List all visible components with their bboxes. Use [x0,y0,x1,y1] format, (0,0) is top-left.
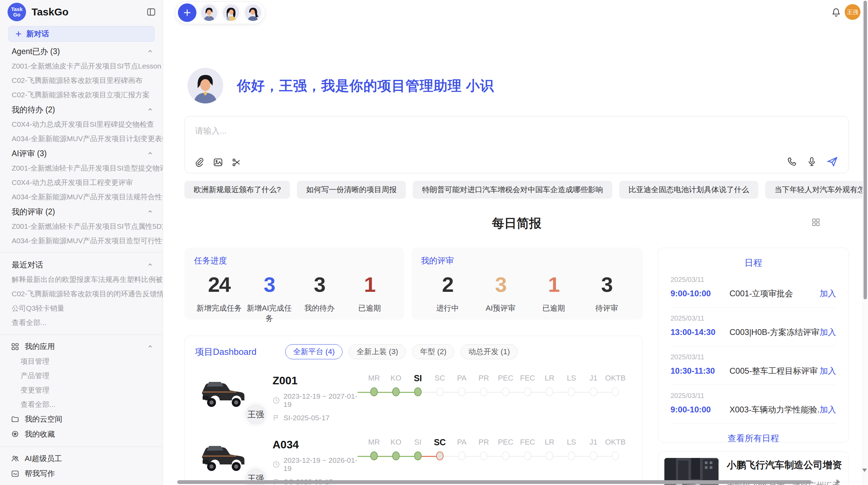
apps-grid-icon [11,343,19,351]
section-title: 我的评审 (2) [12,207,55,217]
avatar[interactable] [222,3,240,22]
sidebar-item-favorites[interactable]: 我的收藏 [0,427,163,442]
stat-new-ai-done: 3 新增AI完成任务 [244,272,294,324]
sidebar-item-ai-super-staff[interactable]: AI超级员工 [0,451,163,466]
sidebar-item-label: 创意制图 [25,484,55,485]
sidebar-item-cloud-space[interactable]: 我的云空间 [0,412,163,427]
scroll-down-arrow-icon[interactable] [862,469,867,472]
list-item[interactable]: A034-全新新能源MUV产品开发项目计划变更表编写 [0,132,163,146]
user-avatar[interactable]: 王强 [845,4,860,20]
image-frame-icon [11,470,19,478]
daily-brief-title: 每日简报 [492,216,541,230]
section-title: 最近对话 [12,260,43,270]
sidebar-item-my-apps[interactable]: 我的应用 [0,339,163,354]
filter-tab[interactable]: 全新平台 (4) [285,344,342,359]
scissors-icon[interactable] [231,157,242,167]
chevron-up-icon[interactable] [147,262,153,268]
join-link[interactable]: 加入 [820,404,836,415]
list-item[interactable]: Z001-全新燃油轻卡产品开发项目SI节点属性5D文件评审 [0,219,163,234]
stat-review-overdue: 1 已逾期 [527,272,580,313]
list-item[interactable]: Z001-全新燃油轻卡产品开发项目SI造型提交物评审 [0,161,163,175]
scroll-right-arrow-icon[interactable] [836,479,840,485]
chevron-up-icon[interactable] [147,48,153,54]
stat-in-progress: 2 进行中 [421,272,474,313]
app-link-change-mgmt[interactable]: 变更管理 [0,383,163,397]
assistant-avatar [188,68,223,103]
list-item[interactable]: 公司Q3轻卡销量 [0,301,163,315]
list-item[interactable]: C0X4-动力总成开发项目SI里程碑提交物检查 [0,117,163,132]
project-row[interactable]: 王强 Z001 2023-12-19 ~ 2027-01-19 SI-2025-… [195,371,632,422]
view-all-schedule-link[interactable]: 查看所有日程 [671,433,836,444]
list-item[interactable]: C02-飞腾新能源轻客改款项目的闭环通告反馈情况 [0,287,163,301]
project-row[interactable]: 王强 A034 2023-12-19 ~ 2026-01-19 SC-2025-… [195,435,632,485]
schedule-item[interactable]: 2025/03/11 13:00-14:30 C003|H0B-方案冻结评审 加… [671,308,836,346]
list-item[interactable]: A034-全新新能源MUV产品开发项目法规符合性评审 [0,190,163,204]
sidebar-item-creative-drawing[interactable]: 创意制图 [0,481,163,485]
send-icon[interactable] [827,156,838,167]
section-my-review[interactable]: 我的评审 (2) [0,204,163,219]
schedule-date: 2025/03/11 [671,392,836,400]
attachment-icon[interactable] [194,157,205,167]
microphone-icon[interactable] [807,157,817,167]
task-progress-card: 任务进度 24 新增完成任务 3 新增AI完成任务 3 我的待办 [184,248,404,320]
chevron-up-icon[interactable] [147,150,153,157]
suggestion-chip[interactable]: 欧洲新规最近颁布了什么? [184,181,290,199]
avatar[interactable] [200,3,218,22]
phone-icon[interactable] [787,157,797,167]
app-link-product-mgmt[interactable]: 产品管理 [0,369,163,383]
list-item[interactable]: C02-飞腾新能源轻客改款项目里程碑画布 [0,73,163,88]
layout-grid-icon[interactable] [811,218,820,227]
section-title: Agent已办 (3) [12,46,60,57]
list-item[interactable]: 解释最新出台的欧盟报废车法规再生塑料比例被调至15%... [0,272,163,287]
join-link[interactable]: 加入 [820,327,836,338]
project-name: Z001 [273,374,360,387]
image-upload-icon[interactable] [213,157,223,167]
chevron-up-icon[interactable] [147,107,153,113]
filter-tab[interactable]: 全新上装 (3) [349,344,406,359]
vertical-scrollbar-thumb[interactable] [864,1,867,299]
chevron-up-icon[interactable] [147,344,153,350]
section-my-todo[interactable]: 我的待办 (2) [0,102,163,117]
list-item[interactable]: C0X4-动力总成开发项目工程变更评审 [0,175,163,190]
suggestion-chip[interactable]: 比亚迪全固态电池计划具体说了什么 [619,181,758,199]
app-link-project-mgmt[interactable]: 项目管理 [0,354,163,369]
card-title: 任务进度 [194,255,395,266]
view-all-link[interactable]: 查看全部... [0,315,163,330]
view-all-link[interactable]: 查看全部... [0,397,163,412]
join-link[interactable]: 加入 [820,288,836,299]
schedule-item[interactable]: 2025/03/11 9:00-10:00 X003-车辆动力学性能验... 加… [671,385,836,424]
session-switcher [175,1,265,24]
sidebar-collapse-icon[interactable] [146,7,156,17]
milestone-track: MR KO SI SC PA PR PEC FEC LR LS J1 OKTB [363,435,632,460]
suggestion-chip[interactable]: 特朗普可能对进口汽车增税会对中国车企造成哪些影响 [413,181,612,199]
notification-bell-icon[interactable] [831,8,841,17]
project-info: A034 2023-12-19 ~ 2026-01-19 SC-2025-05-… [273,435,360,485]
avatar[interactable] [244,3,262,22]
filter-tab[interactable]: 动总开发 (1) [460,344,518,359]
section-recent-chats[interactable]: 最近对话 [0,257,163,272]
vehicle-image: 王强 [195,435,250,476]
vehicle-image: 王强 [195,371,250,412]
horizontal-scrollbar-thumb[interactable] [177,480,811,484]
milestone: OKTB [604,436,626,460]
list-item[interactable]: A034-全新新能源MUV产品开发项目造型可行性评审 [0,234,163,248]
suggestion-chip[interactable]: 如何写一份清晰的项目周报 [297,181,406,199]
chevron-up-icon[interactable] [147,209,153,215]
my-review-card: 我的评审 2 进行中 3 AI预评审 1 已逾期 [411,248,643,320]
schedule-title: 日程 [671,257,836,269]
schedule-item[interactable]: 2025/03/11 10:30-11:30 C005-整车工程目标评审 加入 [671,346,836,385]
sidebar-item-help-me-write[interactable]: 帮我写作 [0,466,163,481]
join-link[interactable]: 加入 [820,365,836,376]
section-ai-review[interactable]: AI评审 (3) [0,146,163,161]
add-session-button[interactable] [178,3,196,22]
suggestion-chip[interactable]: 当下年轻人对汽车外观有怎样的喜好趋势 [765,181,868,199]
list-item[interactable]: C02-飞腾新能源轻客改款项目立项汇报方案 [0,88,163,102]
list-item[interactable]: Z001-全新燃油皮卡产品开发项目SI节点Lesson Learn报告 [0,59,163,73]
section-agent-done[interactable]: Agent已办 (3) [0,44,163,59]
filter-tab[interactable]: 年型 (2) [412,344,454,359]
schedule-name: C003|H0B-方案冻结评审 [730,327,820,338]
new-chat-button[interactable]: 新对话 [8,26,155,42]
chat-input[interactable] [185,116,848,147]
schedule-item[interactable]: 2025/03/11 9:00-10:00 C001-立项审批会 加入 [671,269,836,308]
stat-new-done: 24 新增完成任务 [194,272,244,324]
